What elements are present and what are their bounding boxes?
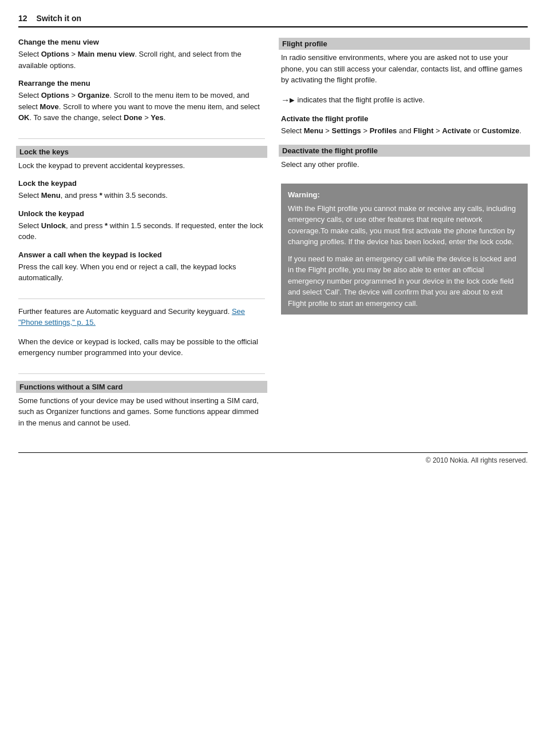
right-column: Flight profile In radio sensitive enviro… — [281, 38, 528, 436]
page-header: 12 Switch it on — [18, 14, 528, 27]
section-heading-functions-sim: Functions without a SIM card — [16, 381, 267, 393]
section-body-deactivate-flight: Select any other profile. — [281, 159, 528, 170]
section-body-further-features: Further features are Automatic keyguard … — [18, 306, 265, 328]
section-rearrange-menu: Rearrange the menu Select Options > Orga… — [18, 79, 265, 124]
section-body-change-menu-view: Select Options > Main menu view. Scroll … — [18, 49, 265, 71]
section-heading-lock-keys: Lock the keys — [16, 146, 267, 158]
phone-settings-link[interactable]: See "Phone settings," p. 15. — [18, 307, 245, 327]
section-body-device-locked: When the device or keypad is locked, cal… — [18, 336, 265, 359]
section-body-functions-sim: Some functions of your device may be use… — [18, 395, 265, 429]
section-heading-change-menu-view: Change the menu view — [18, 38, 265, 46]
section-flight-indicator: →▸ indicates that the flight profile is … — [281, 94, 528, 107]
warning-paragraph-1: With the Flight profile you cannot make … — [288, 203, 521, 248]
section-heading-lock-keypad: Lock the keypad — [18, 179, 265, 188]
page: 12 Switch it on Change the menu view Sel… — [0, 0, 546, 478]
section-deactivate-flight: Deactivate the flight profile Select any… — [281, 145, 528, 170]
section-further-features: Further features are Automatic keyguard … — [18, 306, 265, 328]
section-heading-unlock-keypad: Unlock the keypad — [18, 209, 265, 218]
divider-3 — [18, 373, 265, 374]
section-unlock-keypad: Unlock the keypad Select Unlock, and pre… — [18, 209, 265, 242]
two-col-layout: Change the menu view Select Options > Ma… — [18, 38, 528, 436]
section-heading-rearrange-menu: Rearrange the menu — [18, 79, 265, 87]
section-body-rearrange-menu: Select Options > Organize. Scroll to the… — [18, 90, 265, 124]
warning-box: Warning: With the Flight profile you can… — [281, 184, 528, 315]
section-body-unlock-keypad: Select Unlock, and press * within 1.5 se… — [18, 220, 265, 242]
section-lock-keys: Lock the keys Lock the keypad to prevent… — [18, 146, 265, 172]
page-footer: © 2010 Nokia. All rights reserved. — [18, 452, 528, 464]
warning-paragraph-2: If you need to make an emergency call wh… — [288, 253, 521, 309]
section-body-flight-indicator: →▸ indicates that the flight profile is … — [281, 94, 528, 107]
section-functions-sim: Functions without a SIM card Some functi… — [18, 381, 265, 429]
section-device-locked: When the device or keypad is locked, cal… — [18, 336, 265, 359]
divider-1 — [18, 138, 265, 139]
flight-arrow-icon: →▸ — [281, 94, 294, 107]
section-flight-profile: Flight profile In radio sensitive enviro… — [281, 38, 528, 86]
section-body-activate-flight: Select Menu > Settings > Profiles and Fl… — [281, 125, 528, 137]
section-body-lock-keypad: Select Menu, and press * within 3.5 seco… — [18, 190, 265, 201]
footer-text: © 2010 Nokia. All rights reserved. — [426, 456, 528, 464]
section-heading-activate-flight: Activate the flight profile — [281, 114, 528, 123]
section-heading-flight-profile: Flight profile — [279, 38, 530, 50]
section-answer-call: Answer a call when the keypad is locked … — [18, 250, 265, 284]
section-heading-answer-call: Answer a call when the keypad is locked — [18, 250, 265, 259]
section-body-flight-profile: In radio sensitive environments, where y… — [281, 52, 528, 86]
section-lock-keypad: Lock the keypad Select Menu, and press *… — [18, 179, 265, 201]
section-body-lock-keys: Lock the keypad to prevent accidental ke… — [18, 160, 265, 172]
page-title: Switch it on — [37, 14, 82, 23]
page-number: 12 — [18, 14, 27, 23]
left-column: Change the menu view Select Options > Ma… — [18, 38, 265, 436]
section-heading-deactivate-flight: Deactivate the flight profile — [279, 145, 530, 157]
section-change-menu-view: Change the menu view Select Options > Ma… — [18, 38, 265, 71]
divider-2 — [18, 299, 265, 299]
warning-title: Warning: — [288, 189, 521, 201]
section-body-answer-call: Press the call key. When you end or reje… — [18, 261, 265, 284]
section-activate-flight: Activate the flight profile Select Menu … — [281, 114, 528, 137]
